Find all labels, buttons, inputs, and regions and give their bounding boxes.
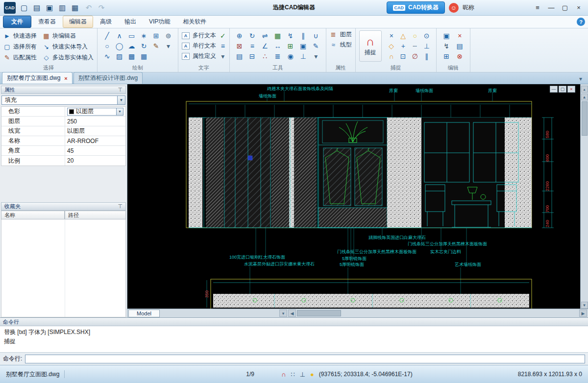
collapse-panel-icon[interactable]: ▴ bbox=[581, 86, 588, 93]
distance-measure-icon[interactable]: ↔ bbox=[274, 43, 281, 49]
ortho-status-icon[interactable]: ⊥ bbox=[300, 371, 305, 378]
edit-polyline-icon[interactable]: ✎ bbox=[313, 43, 319, 49]
text-align-icon[interactable]: ≡ bbox=[221, 43, 225, 49]
save-icon[interactable]: ▣ bbox=[44, 2, 55, 13]
snap-insertion-icon[interactable]: ⊡ bbox=[400, 53, 406, 60]
new-file-icon[interactable]: ▢ bbox=[19, 2, 29, 13]
print-icon[interactable]: ▦ bbox=[70, 2, 80, 13]
grid-status-icon[interactable]: ∷ bbox=[291, 371, 294, 378]
copy-icon[interactable]: ▤ bbox=[457, 43, 463, 49]
ellipse-icon[interactable]: ◯ bbox=[116, 43, 123, 49]
nickname-label[interactable]: 昵称 bbox=[463, 3, 474, 12]
command-history[interactable]: 替换 [txt] 字体为 [SIMPLEX.SHX] 捕捉 bbox=[0, 326, 588, 352]
doc-minimize-icon[interactable]: — bbox=[550, 86, 558, 93]
doc-close-icon[interactable]: × bbox=[567, 86, 575, 93]
quick-entity-import-button[interactable]: ↘快速实体导入 bbox=[43, 43, 94, 51]
snap-perpendicular-icon[interactable]: ⊥ bbox=[424, 43, 430, 49]
horizontal-scroll-thumb[interactable] bbox=[297, 310, 341, 316]
property-value[interactable]: 20 bbox=[65, 156, 125, 166]
snap-parallel-icon[interactable]: ∥ bbox=[425, 53, 428, 60]
perpendicular-tool-icon[interactable]: ⊥ bbox=[300, 53, 306, 60]
coords-indicator-icon[interactable]: ● bbox=[310, 371, 314, 378]
snap-node-icon[interactable]: ⊙ bbox=[424, 32, 430, 39]
erase-icon[interactable]: ⊠ bbox=[237, 43, 243, 49]
circle-icon[interactable]: ○ bbox=[105, 43, 109, 49]
tab-vip[interactable]: VIP功能 bbox=[143, 16, 176, 27]
draw-more-icon[interactable]: ▾ bbox=[167, 43, 170, 49]
single-text-button[interactable]: A单行文本 bbox=[182, 41, 216, 51]
offset-icon[interactable]: ∥ bbox=[301, 32, 305, 39]
paste-icon[interactable]: ▣ bbox=[443, 32, 450, 39]
vertical-scrollbar[interactable]: ▴ ▲ ▼ bbox=[580, 84, 588, 309]
revision-cloud-icon[interactable]: ☁ bbox=[128, 43, 135, 49]
trim-icon[interactable]: ↯ bbox=[288, 32, 294, 39]
layout-list-icon[interactable]: ▾ bbox=[279, 310, 287, 317]
scroll-right-icon[interactable]: ▶ bbox=[579, 310, 587, 317]
region-icon[interactable]: ▣ bbox=[300, 43, 306, 49]
layers-button[interactable]: ≣图层 bbox=[330, 30, 352, 39]
color-dropdown[interactable]: 以图层 ▼ bbox=[67, 108, 123, 116]
doc-tab-active[interactable]: 别墅餐厅立面图.dwg × bbox=[2, 72, 73, 84]
command-input[interactable] bbox=[25, 355, 585, 363]
block-editor-button[interactable]: ▦块编辑器 bbox=[43, 32, 94, 40]
tabs-overflow-icon[interactable]: ▾ bbox=[575, 75, 586, 84]
grid-icon[interactable]: ▦ bbox=[141, 53, 147, 60]
copy-tool-icon[interactable]: ▤ bbox=[236, 53, 243, 60]
scroll-up-icon[interactable]: ▲ bbox=[581, 94, 588, 100]
erase-edit-icon[interactable]: ⊗ bbox=[457, 53, 463, 60]
drawing-canvas[interactable]: 鸡翅木夹大理石面装饰线条及间隔墙纸饰面原窗墙纸饰面原窗 踢脚线饰英国进口白麻大理… bbox=[127, 84, 580, 309]
mirror-icon[interactable]: ⇌ bbox=[262, 32, 268, 39]
vertical-scroll-thumb[interactable] bbox=[582, 101, 588, 136]
entity-type-dropdown[interactable]: 填充 ▼ bbox=[1, 96, 125, 105]
tab-close-icon[interactable]: × bbox=[64, 75, 67, 81]
align-icon[interactable]: ≡ bbox=[250, 43, 254, 49]
subtract-icon[interactable]: ⊟ bbox=[249, 53, 255, 60]
property-value[interactable]: 以图层 bbox=[65, 126, 125, 136]
move-icon[interactable]: ⊕ bbox=[237, 32, 243, 39]
tab-related-software[interactable]: 相关软件 bbox=[177, 16, 212, 27]
open-file-icon[interactable]: ▤ bbox=[31, 2, 42, 13]
construction-line-icon[interactable]: ∗ bbox=[141, 32, 147, 39]
tab-output[interactable]: 输出 bbox=[119, 16, 142, 27]
undo-icon[interactable]: ↶ bbox=[83, 2, 94, 13]
explode-icon[interactable]: ∴ bbox=[263, 53, 267, 60]
delete-icon[interactable]: × bbox=[458, 32, 462, 39]
snap-none-icon[interactable]: ∅ bbox=[412, 53, 418, 60]
snap-endpoint-icon[interactable]: × bbox=[390, 32, 393, 39]
snap-tangent-icon[interactable]: ∩ bbox=[389, 53, 394, 60]
export-pdf-icon[interactable]: ▥ bbox=[57, 2, 68, 13]
scroll-left-icon[interactable]: ◀ bbox=[288, 310, 296, 317]
list-icon[interactable]: ≣ bbox=[275, 53, 281, 60]
spell-check-icon[interactable]: ✓ bbox=[220, 32, 226, 39]
hatch-icon[interactable]: ▨ bbox=[116, 53, 122, 60]
draw-settings-icon[interactable]: ⊚ bbox=[166, 32, 172, 39]
angle-measure-icon[interactable]: ∠ bbox=[262, 43, 268, 49]
spline-icon[interactable]: ∿ bbox=[104, 53, 110, 60]
line-icon[interactable]: ╱ bbox=[105, 32, 109, 39]
property-value[interactable]: AR-RROOF bbox=[65, 136, 125, 145]
fillet-icon[interactable]: ∪ bbox=[314, 32, 318, 39]
model-space-tab[interactable]: Model bbox=[128, 310, 160, 317]
rectangle-icon[interactable]: ▭ bbox=[128, 32, 135, 39]
polyline-icon[interactable]: ∧ bbox=[117, 32, 122, 39]
favorites-column-path[interactable]: 路径 bbox=[65, 211, 126, 219]
close-icon[interactable]: × bbox=[573, 2, 584, 13]
point-style-icon[interactable]: ◉ bbox=[288, 53, 294, 60]
block-icon[interactable]: ⊞ bbox=[288, 43, 294, 49]
sketch-icon[interactable]: ✎ bbox=[153, 43, 159, 49]
redo-icon[interactable]: ↷ bbox=[96, 2, 107, 13]
cad-converter-button[interactable]: CAD CAD转换器 bbox=[387, 1, 445, 14]
tab-viewer[interactable]: 查看器 bbox=[32, 16, 62, 27]
maximize-icon[interactable]: ▢ bbox=[560, 2, 570, 13]
select-all-button[interactable]: ▢选择所有 bbox=[3, 43, 37, 51]
snap-toggle-button[interactable]: ∩ 捕捉 bbox=[359, 30, 382, 62]
text-options-icon[interactable]: ▾ bbox=[221, 53, 224, 60]
snap-center-icon[interactable]: ○ bbox=[413, 32, 417, 39]
attribute-define-button[interactable]: A属性定义 bbox=[182, 51, 216, 61]
doc-tab-inactive[interactable]: 别墅酒柜设计详图.dwg bbox=[74, 72, 143, 84]
property-value[interactable]: 45 bbox=[65, 146, 125, 155]
insert-block-icon[interactable]: ⊞ bbox=[443, 53, 449, 60]
doc-restore-icon[interactable]: ▢ bbox=[559, 86, 566, 93]
file-menu-button[interactable]: 文件 bbox=[3, 16, 31, 28]
polygon-entity-input-button[interactable]: ◇多边形实体输入 bbox=[43, 53, 94, 62]
